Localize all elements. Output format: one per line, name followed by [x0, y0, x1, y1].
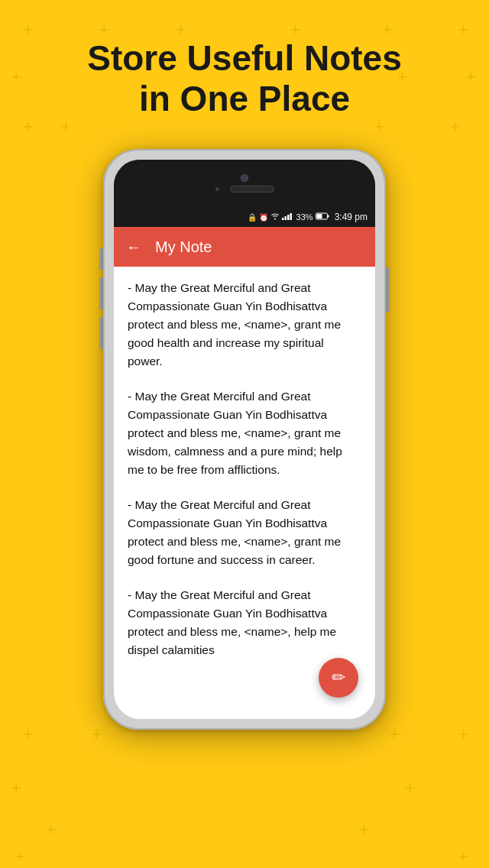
- note-paragraph-1: - May the Great Merciful and Great Compa…: [128, 279, 361, 371]
- decorative-cross: +: [11, 779, 21, 796]
- decorative-cross: +: [458, 21, 468, 38]
- battery-icon: [316, 212, 329, 222]
- svg-rect-0: [282, 218, 284, 220]
- decorative-cross: +: [61, 118, 71, 135]
- decorative-cross: +: [46, 821, 56, 838]
- note-paragraph-4: - May the Great Merciful and Great Compa…: [128, 586, 361, 659]
- decorative-cross: +: [23, 726, 33, 743]
- title-section: Store Useful Notes in One Place: [0, 38, 489, 119]
- decorative-cross: +: [451, 118, 461, 135]
- svg-rect-6: [316, 214, 322, 219]
- decorative-cross: +: [390, 726, 400, 743]
- app-bar: ← My Note: [114, 227, 375, 267]
- phone-speaker-row: [215, 186, 274, 193]
- decorative-cross: +: [99, 21, 109, 38]
- decorative-cross: +: [92, 726, 102, 743]
- phone-frame: 🔒 ⏰: [103, 149, 386, 730]
- decorative-cross: +: [290, 21, 300, 38]
- signal-icon: [282, 212, 294, 222]
- decorative-cross: +: [458, 726, 468, 743]
- decorative-cross: +: [176, 21, 186, 38]
- back-button[interactable]: ←: [126, 238, 141, 256]
- decorative-cross: +: [405, 779, 415, 796]
- battery-percent-text: 33%: [296, 212, 313, 222]
- decorative-cross: +: [458, 848, 468, 865]
- decorative-cross: +: [15, 848, 25, 865]
- svg-rect-5: [327, 215, 329, 218]
- note-content: - May the Great Merciful and Great Compa…: [114, 267, 375, 719]
- lock-icon: 🔒: [248, 213, 257, 222]
- app-bar-title: My Note: [155, 238, 212, 256]
- page-title: Store Useful Notes in One Place: [0, 38, 489, 119]
- edit-fab-button[interactable]: ✏: [319, 658, 358, 698]
- phone-mockup: 🔒 ⏰: [103, 149, 386, 730]
- decorative-cross: +: [23, 21, 33, 38]
- power-button: [386, 267, 390, 312]
- edit-icon: ✏: [332, 668, 345, 688]
- svg-rect-1: [284, 216, 287, 220]
- phone-screen: 🔒 ⏰: [114, 207, 375, 719]
- decorative-cross: +: [382, 21, 392, 38]
- svg-rect-2: [287, 215, 290, 220]
- wifi-icon: [270, 212, 280, 222]
- phone-inner: 🔒 ⏰: [114, 160, 375, 719]
- front-camera: [241, 174, 248, 182]
- alarm-icon: ⏰: [259, 213, 268, 222]
- status-time: 3:49 pm: [335, 212, 368, 222]
- status-bar: 🔒 ⏰: [114, 207, 375, 227]
- status-icons: 🔒 ⏰: [248, 212, 368, 222]
- phone-top-bezel: [114, 160, 375, 207]
- decorative-cross: +: [23, 118, 33, 135]
- svg-rect-3: [290, 213, 292, 220]
- note-paragraph-3: - May the Great Merciful and Great Compa…: [128, 496, 361, 569]
- note-paragraph-2: - May the Great Merciful and Great Compa…: [128, 387, 361, 479]
- decorative-cross: +: [374, 118, 384, 135]
- phone-speaker: [230, 186, 274, 193]
- decorative-cross: +: [359, 821, 369, 838]
- phone-sensor-dot: [215, 187, 219, 191]
